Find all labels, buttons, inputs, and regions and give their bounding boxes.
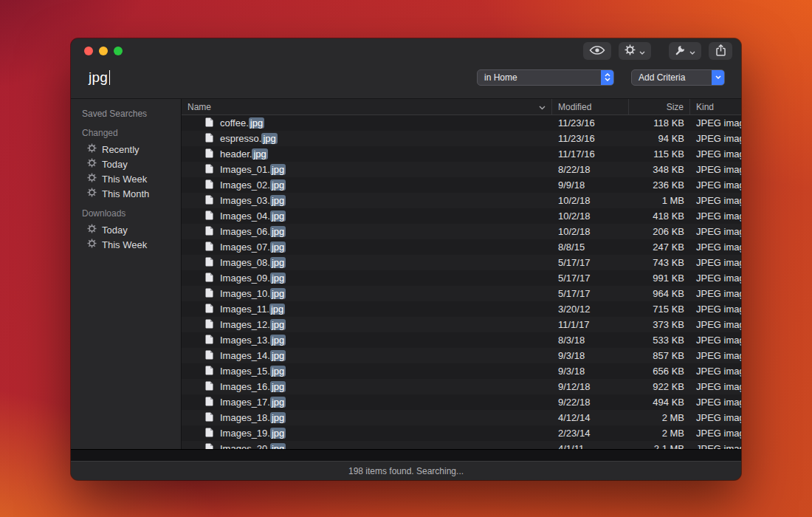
column-header-modified[interactable]: Modified: [552, 99, 629, 114]
sidebar-item-label: Recently: [102, 144, 140, 155]
size-cell: 247 KB: [629, 242, 690, 253]
file-name-cell: Images_01.jpg: [182, 164, 552, 176]
zoom-button[interactable]: [114, 47, 123, 55]
sidebar-item-this-month[interactable]: This Month: [82, 186, 175, 201]
sidebar-item-this-week[interactable]: This Week: [82, 237, 175, 252]
file-row[interactable]: Images_16.jpg 9/12/18 922 KB JPEG image: [182, 379, 741, 394]
size-cell: 656 KB: [629, 366, 690, 377]
size-cell: 418 KB: [629, 210, 690, 222]
file-row[interactable]: Images_03.jpg 10/2/18 1 MB JPEG image: [182, 193, 741, 208]
size-cell: 348 KB: [629, 164, 690, 175]
scope-dropdown[interactable]: in Home: [477, 69, 614, 86]
file-name: Images_19.jpg: [220, 428, 286, 439]
document-icon: [205, 428, 213, 439]
document-icon: [205, 412, 213, 424]
kind-cell: JPEG image: [690, 350, 741, 361]
file-row[interactable]: coffee.jpg 11/23/16 118 KB JPEG image: [182, 115, 741, 131]
file-name: Images_04.jpg: [220, 210, 286, 222]
titlebar: [71, 38, 741, 64]
file-row[interactable]: Images_04.jpg 10/2/18 418 KB JPEG image: [182, 208, 741, 224]
search-input[interactable]: jpg: [89, 69, 110, 86]
file-row[interactable]: Images_01.jpg 8/22/18 348 KB JPEG image: [182, 162, 741, 177]
search-match-highlight: jpg: [270, 242, 286, 253]
file-name: Images_20.jpg: [220, 443, 286, 449]
sidebar-item-this-week[interactable]: This Week: [82, 171, 175, 186]
kind-cell: JPEG image: [690, 412, 741, 423]
smart-folder-gear-icon: [87, 239, 97, 250]
search-match-highlight: jpg: [270, 273, 286, 284]
file-row[interactable]: Images_06.jpg 10/2/18 206 KB JPEG image: [182, 224, 741, 239]
file-row[interactable]: Images_15.jpg 9/3/18 656 KB JPEG image: [182, 363, 741, 379]
column-header-name[interactable]: Name: [182, 99, 552, 114]
share-icon: [716, 44, 726, 58]
quick-look-button[interactable]: [583, 42, 611, 60]
toolbar: [583, 42, 732, 60]
file-row[interactable]: Images_18.jpg 4/12/14 2 MB JPEG image: [182, 410, 741, 425]
file-name-cell: Images_03.jpg: [182, 195, 552, 207]
kind-cell: JPEG image: [690, 133, 741, 144]
file-row[interactable]: Images_12.jpg 11/1/17 373 KB JPEG image: [182, 317, 741, 332]
file-name: header.jpg: [220, 148, 268, 160]
file-row[interactable]: Images_07.jpg 8/8/15 247 KB JPEG image: [182, 239, 741, 255]
file-name: Images_06.jpg: [220, 226, 286, 237]
document-icon: [205, 366, 213, 377]
kind-cell: JPEG image: [690, 164, 741, 175]
column-header-kind[interactable]: Kind: [690, 99, 741, 114]
smart-folder-gear-icon: [87, 173, 97, 185]
file-row[interactable]: Images_19.jpg 2/23/14 2 MB JPEG image: [182, 425, 741, 441]
document-icon: [205, 133, 213, 145]
file-name-cell: Images_12.jpg: [182, 319, 552, 331]
add-criteria-dropdown[interactable]: Add Criteria: [631, 69, 725, 86]
minimize-button[interactable]: [99, 47, 108, 55]
document-icon: [205, 397, 213, 408]
column-header-size[interactable]: Size: [629, 99, 690, 114]
document-icon: [205, 148, 213, 160]
traffic-lights: [80, 47, 123, 55]
share-button[interactable]: [709, 42, 732, 60]
size-cell: 115 KB: [629, 148, 690, 160]
file-row[interactable]: Images_10.jpg 5/17/17 964 KB JPEG image: [182, 286, 741, 301]
smart-folder-gear-icon: [87, 143, 97, 155]
wrench-icon: [675, 44, 686, 58]
file-row[interactable]: Images_13.jpg 8/3/18 533 KB JPEG image: [182, 332, 741, 348]
sidebar-item-recently[interactable]: Recently: [82, 142, 175, 157]
sidebar-title: Saved Searches: [82, 109, 175, 119]
file-row[interactable]: Images_11.jpg 3/20/12 715 KB JPEG image: [182, 301, 741, 317]
file-row[interactable]: Images_20.jpg 4/1/11 2.1 MB JPEG image: [182, 441, 741, 449]
file-row[interactable]: Images_17.jpg 9/22/18 494 KB JPEG image: [182, 394, 741, 410]
file-row[interactable]: Images_08.jpg 5/17/17 743 KB JPEG image: [182, 255, 741, 270]
smart-folder-gear-icon: [87, 158, 97, 170]
file-row[interactable]: Images_02.jpg 9/9/18 236 KB JPEG image: [182, 177, 741, 193]
sort-chevron-down-icon: [539, 102, 546, 112]
size-cell: 236 KB: [629, 179, 690, 191]
file-name: Images_17.jpg: [220, 397, 286, 408]
desktop-wallpaper: jpg in Home Add Criteria: [0, 0, 812, 517]
sidebar-item-label: Today: [102, 159, 128, 170]
file-row[interactable]: Images_14.jpg 9/3/18 857 KB JPEG image: [182, 348, 741, 363]
file-row[interactable]: Images_09.jpg 5/17/17 991 KB JPEG image: [182, 270, 741, 286]
file-name-cell: coffee.jpg: [182, 117, 552, 129]
file-row[interactable]: header.jpg 11/17/16 115 KB JPEG image: [182, 146, 741, 162]
modified-cell: 3/20/12: [552, 304, 629, 315]
action-menu-button[interactable]: [619, 42, 651, 60]
tools-menu-button[interactable]: [669, 42, 701, 60]
file-name: Images_13.jpg: [220, 335, 286, 346]
kind-cell: JPEG image: [690, 226, 741, 237]
modified-cell: 10/2/18: [552, 210, 629, 222]
close-button[interactable]: [84, 47, 93, 55]
modified-cell: 8/3/18: [552, 335, 629, 346]
search-match-highlight: jpg: [270, 164, 286, 175]
sidebar-item-label: This Month: [102, 188, 149, 199]
file-row[interactable]: espresso.jpg 11/23/16 94 KB JPEG image: [182, 131, 741, 146]
file-name-cell: Images_10.jpg: [182, 288, 552, 300]
horizontal-scrollbar[interactable]: [71, 449, 741, 461]
search-match-highlight: jpg: [270, 257, 286, 268]
file-name: Images_01.jpg: [220, 164, 286, 175]
document-icon: [205, 288, 213, 300]
file-name-cell: Images_16.jpg: [182, 381, 552, 393]
sidebar-item-today[interactable]: Today: [82, 157, 175, 171]
kind-cell: JPEG image: [690, 397, 741, 408]
file-name: Images_08.jpg: [220, 257, 286, 268]
sidebar-item-today[interactable]: Today: [82, 222, 175, 237]
file-name-cell: espresso.jpg: [182, 133, 552, 145]
